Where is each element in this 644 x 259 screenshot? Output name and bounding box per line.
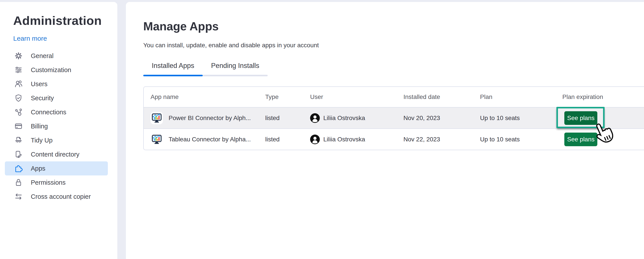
column-header-plan: Plan (480, 93, 562, 100)
table-row[interactable]: Power BI Connector by Alph... listed Lil… (144, 107, 644, 128)
tab-label: Installed Apps (152, 62, 194, 70)
tab-bar: Installed Apps Pending Installs (143, 62, 268, 76)
user-name: Liliia Ostrovska (323, 136, 365, 143)
tab-installed-apps[interactable]: Installed Apps (143, 62, 203, 76)
sidebar-item-label: Customization (31, 66, 71, 74)
table-row[interactable]: Tableau Connector by Alpha... listed Lil… (144, 128, 644, 150)
tab-pending-installs[interactable]: Pending Installs (203, 62, 268, 76)
shield-check-icon (14, 94, 23, 102)
column-header-user: User (310, 93, 404, 100)
installed-date: Nov 20, 2023 (404, 115, 480, 122)
sidebar-item-label: Tidy Up (31, 137, 52, 144)
gear-icon (14, 51, 23, 60)
sidebar-item-label: General (31, 52, 54, 60)
sidebar-item-label: Users (31, 80, 48, 88)
sidebar-item-customization[interactable]: Customization (5, 63, 108, 77)
sidebar-item-label: Billing (31, 123, 48, 130)
plan: Up to 10 seats (480, 136, 562, 143)
tab-active-underline (143, 75, 203, 76)
app-type: listed (265, 136, 310, 143)
sidebar-item-general[interactable]: General (5, 49, 108, 63)
network-icon (14, 108, 23, 117)
plan: Up to 10 seats (480, 115, 562, 122)
sidebar-item-connections[interactable]: Connections (5, 105, 108, 119)
sidebar-item-billing[interactable]: Billing (5, 119, 108, 133)
shredder-icon (14, 136, 23, 145)
users-icon (14, 80, 23, 88)
installed-apps-table: App name Type User Installed date Plan P… (143, 86, 644, 150)
app-chart-monitor-icon (150, 133, 163, 146)
column-header-installed-date: Installed date (404, 93, 480, 100)
sidebar-item-security[interactable]: Security (5, 91, 108, 105)
page-subtitle: You can install, update, enable and disa… (143, 42, 319, 49)
sidebar-item-tidy-up[interactable]: Tidy Up (5, 133, 108, 147)
sidebar-item-users[interactable]: Users (5, 77, 108, 91)
app-chart-monitor-icon (150, 112, 163, 124)
app-name: Power BI Connector by Alph... (168, 115, 251, 122)
sidebar-item-label: Cross account copier (31, 193, 91, 200)
sidebar-nav: General Customization Users Security Con… (5, 49, 108, 204)
puzzle-icon (14, 164, 23, 173)
user-avatar (310, 113, 320, 123)
column-header-type: Type (265, 93, 310, 100)
transfer-arrows-icon (14, 192, 23, 201)
user-name: Liliia Ostrovska (323, 115, 365, 122)
admin-sidebar: Administration Learn more General Custom… (0, 2, 117, 259)
column-header-plan-expiration: Plan expiration (562, 93, 644, 100)
app-name: Tableau Connector by Alpha... (168, 136, 251, 143)
sidebar-item-permissions[interactable]: Permissions (5, 175, 108, 190)
installed-date: Nov 22, 2023 (404, 136, 480, 143)
tab-label: Pending Installs (211, 62, 259, 70)
sidebar-item-label: Apps (31, 165, 45, 172)
sidebar-item-label: Connections (31, 109, 66, 116)
sidebar-item-label: Content directory (31, 151, 80, 158)
page-title: Manage Apps (143, 19, 219, 33)
user-avatar (310, 135, 320, 144)
table-header-row: App name Type User Installed date Plan P… (144, 87, 644, 107)
learn-more-link[interactable]: Learn more (13, 35, 47, 42)
see-plans-button[interactable]: See plans (564, 133, 597, 146)
app-type: listed (265, 115, 310, 122)
document-edit-icon (14, 150, 23, 159)
column-header-app-name: App name (144, 93, 265, 100)
sidebar-item-content-directory[interactable]: Content directory (5, 147, 108, 161)
see-plans-button[interactable]: See plans (564, 111, 597, 125)
sliders-icon (14, 65, 23, 74)
sidebar-item-label: Permissions (31, 179, 66, 186)
lock-icon (14, 178, 23, 187)
credit-card-icon (14, 122, 23, 131)
sidebar-item-label: Security (31, 95, 54, 102)
sidebar-item-cross-account-copier[interactable]: Cross account copier (5, 190, 108, 204)
sidebar-item-apps[interactable]: Apps (5, 161, 108, 175)
sidebar-title: Administration (13, 13, 117, 28)
tab-inactive-underline (203, 75, 268, 76)
manage-apps-panel: Manage Apps You can install, update, ena… (126, 2, 644, 259)
